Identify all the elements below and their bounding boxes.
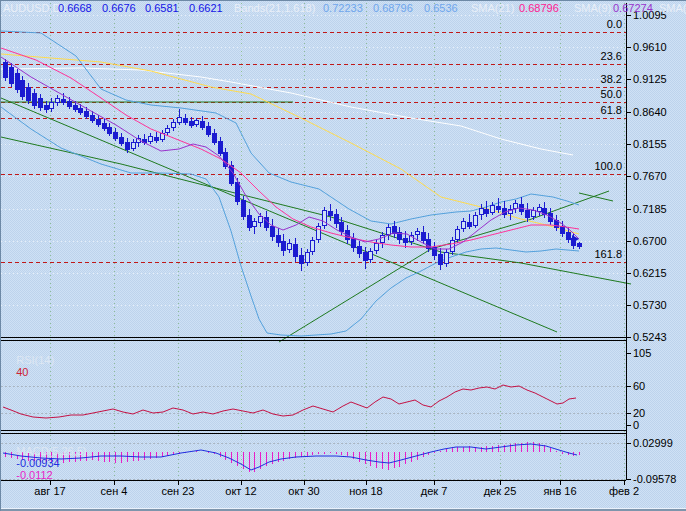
svg-text:161.8: 161.8 — [594, 248, 622, 260]
sma100-indicator-label: SMA(100) — [659, 2, 686, 14]
svg-text:янв 16: янв 16 — [543, 485, 576, 497]
svg-text:0.5243: 0.5243 — [633, 331, 667, 343]
svg-text:0.9610: 0.9610 — [633, 41, 667, 53]
svg-text:дек 25: дек 25 — [484, 485, 517, 497]
low-value: 0.6581 — [145, 2, 179, 14]
svg-text:0.6215: 0.6215 — [633, 267, 667, 279]
svg-text:105: 105 — [633, 347, 651, 359]
rsi-panel-header: RSI(14) 40 — [4, 342, 57, 390]
svg-text:окт 12: окт 12 — [225, 485, 256, 497]
svg-text:0.7670: 0.7670 — [633, 170, 667, 182]
chart-canvas[interactable]: 0.023.638.250.061.8100.0161.81.00950.961… — [1, 1, 686, 511]
sma9-value: 0.67274 — [613, 2, 653, 14]
svg-text:0.5730: 0.5730 — [633, 299, 667, 311]
svg-text:0.6700: 0.6700 — [633, 235, 667, 247]
svg-text:сен 4: сен 4 — [101, 485, 128, 497]
svg-text:0.02999: 0.02999 — [633, 437, 673, 449]
chart-info-bar: AUDUSD,D1 0.6668 0.6676 0.6581 0.6621 Ba… — [1, 1, 686, 16]
svg-text:0.9125: 0.9125 — [633, 73, 667, 85]
macd-panel-header: MACD(5,26,5) -0.00934 -0.0112 — [4, 433, 93, 493]
svg-text:фев 2: фев 2 — [609, 485, 639, 497]
macd-signal-value: -0.0112 — [16, 469, 53, 481]
svg-text:50.0: 50.0 — [601, 88, 622, 100]
sma21-value: 0.68796 — [519, 2, 559, 14]
svg-text:100.0: 100.0 — [594, 160, 622, 172]
bands-lower-value: 0.6536 — [424, 2, 458, 14]
svg-text:23.6: 23.6 — [601, 50, 622, 62]
svg-text:60: 60 — [633, 380, 645, 392]
bands-middle-value: 0.68796 — [373, 2, 413, 14]
bands-indicator-label: Bands(21,1.618) — [234, 2, 315, 14]
svg-text:38.2: 38.2 — [601, 73, 622, 85]
svg-text:61.8: 61.8 — [601, 104, 622, 116]
close-value: 0.6621 — [189, 2, 223, 14]
rsi-indicator-label: RSI(14) — [16, 354, 54, 366]
sma21-indicator-label: SMA(21) — [471, 2, 514, 14]
rsi-current-value: 40 — [16, 366, 28, 378]
sma9-indicator-label: SMA(9) — [574, 2, 611, 14]
svg-text:0.0: 0.0 — [607, 18, 622, 30]
svg-text:окт 30: окт 30 — [288, 485, 319, 497]
svg-text:-0.09578: -0.09578 — [633, 473, 676, 485]
bands-upper-value: 0.72233 — [323, 2, 363, 14]
svg-text:сен 23: сен 23 — [162, 485, 195, 497]
macd-indicator-label: MACD(5,26,5) — [16, 445, 86, 457]
open-value: 0.6668 — [58, 2, 92, 14]
svg-text:0.8155: 0.8155 — [633, 138, 667, 150]
macd-value: -0.00934 — [16, 457, 59, 469]
svg-text:20: 20 — [633, 407, 645, 419]
svg-text:0.8640: 0.8640 — [633, 106, 667, 118]
chart-window: 0.023.638.250.061.8100.0161.81.00950.961… — [0, 0, 686, 511]
svg-text:0.7185: 0.7185 — [633, 203, 667, 215]
svg-text:дек 7: дек 7 — [421, 485, 448, 497]
svg-text:ноя 18: ноя 18 — [349, 485, 382, 497]
svg-text:0: 0 — [633, 419, 639, 431]
high-value: 0.6676 — [102, 2, 136, 14]
